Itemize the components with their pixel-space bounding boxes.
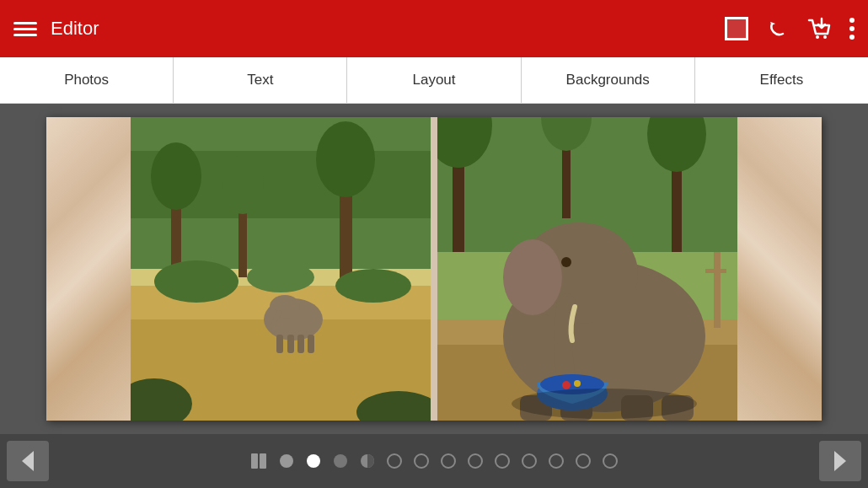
bottom-bar xyxy=(0,434,868,488)
photo-slot-right[interactable] xyxy=(437,117,737,421)
svg-point-4 xyxy=(849,35,855,40)
indicator-14[interactable] xyxy=(602,453,619,469)
svg-point-11 xyxy=(270,295,300,319)
more-options-icon[interactable] xyxy=(849,18,855,40)
svg-point-62 xyxy=(469,454,482,468)
tab-text[interactable]: Text xyxy=(174,57,347,103)
svg-point-3 xyxy=(849,26,855,31)
svg-point-39 xyxy=(503,239,562,315)
indicator-9[interactable] xyxy=(467,453,484,469)
tab-photos[interactable]: Photos xyxy=(0,57,174,103)
header-actions xyxy=(725,15,855,42)
svg-rect-53 xyxy=(251,453,258,469)
indicator-8[interactable] xyxy=(440,453,457,469)
page-indicators xyxy=(49,452,819,470)
svg-rect-13 xyxy=(287,335,294,353)
indicator-3[interactable] xyxy=(305,453,322,469)
svg-rect-54 xyxy=(260,453,266,469)
svg-point-63 xyxy=(496,454,509,468)
svg-point-55 xyxy=(280,454,293,468)
indicator-12[interactable] xyxy=(548,453,565,469)
cart-icon[interactable] xyxy=(806,15,833,42)
svg-point-61 xyxy=(442,454,455,468)
photos-container xyxy=(131,117,737,421)
svg-point-66 xyxy=(576,454,590,468)
indicator-11[interactable] xyxy=(521,453,538,469)
svg-point-24 xyxy=(247,262,314,292)
svg-point-67 xyxy=(603,454,617,468)
canvas-area xyxy=(0,104,868,434)
svg-point-60 xyxy=(415,454,428,468)
svg-point-2 xyxy=(849,18,855,23)
svg-point-23 xyxy=(335,269,411,303)
indicator-2[interactable] xyxy=(278,453,295,469)
indicator-5[interactable] xyxy=(359,453,376,469)
tab-layout[interactable]: Layout xyxy=(347,57,521,103)
svg-point-40 xyxy=(561,257,571,267)
photo-book[interactable] xyxy=(46,117,822,421)
svg-point-59 xyxy=(388,454,401,468)
svg-rect-12 xyxy=(276,335,283,353)
indicator-7[interactable] xyxy=(413,453,430,469)
tab-backgrounds[interactable]: Backgrounds xyxy=(522,57,695,103)
svg-marker-52 xyxy=(22,451,34,471)
indicator-10[interactable] xyxy=(494,453,511,469)
indicator-13[interactable] xyxy=(575,453,592,469)
svg-point-0 xyxy=(816,35,819,39)
app-title: Editor xyxy=(51,18,711,40)
undo-icon[interactable] xyxy=(765,17,789,40)
prev-button[interactable] xyxy=(7,441,49,481)
tab-effects[interactable]: Effects xyxy=(695,57,868,103)
svg-point-64 xyxy=(522,454,536,468)
svg-point-19 xyxy=(316,121,375,197)
svg-point-56 xyxy=(307,454,320,468)
svg-point-21 xyxy=(222,155,264,214)
crop-icon[interactable] xyxy=(725,17,748,40)
svg-marker-68 xyxy=(834,451,846,471)
svg-point-65 xyxy=(549,454,563,468)
tabs-bar: Photos Text Layout Backgrounds Effects xyxy=(0,57,868,104)
indicator-4[interactable] xyxy=(332,453,349,469)
left-panel xyxy=(46,117,131,421)
svg-rect-50 xyxy=(705,269,726,273)
svg-point-47 xyxy=(562,381,571,389)
photo-slot-left[interactable] xyxy=(131,117,437,421)
menu-button[interactable] xyxy=(13,22,37,36)
indicator-6[interactable] xyxy=(386,453,403,469)
svg-rect-15 xyxy=(308,335,314,353)
app-header: Editor xyxy=(0,0,868,57)
next-button[interactable] xyxy=(819,441,861,481)
svg-rect-49 xyxy=(714,252,721,328)
svg-rect-14 xyxy=(297,335,304,353)
svg-point-48 xyxy=(574,380,581,387)
svg-point-51 xyxy=(512,389,697,419)
svg-point-17 xyxy=(151,142,201,210)
svg-point-57 xyxy=(334,454,347,468)
indicator-1[interactable] xyxy=(249,452,268,470)
svg-point-1 xyxy=(823,35,827,39)
right-panel xyxy=(737,117,822,421)
svg-point-22 xyxy=(154,260,238,303)
